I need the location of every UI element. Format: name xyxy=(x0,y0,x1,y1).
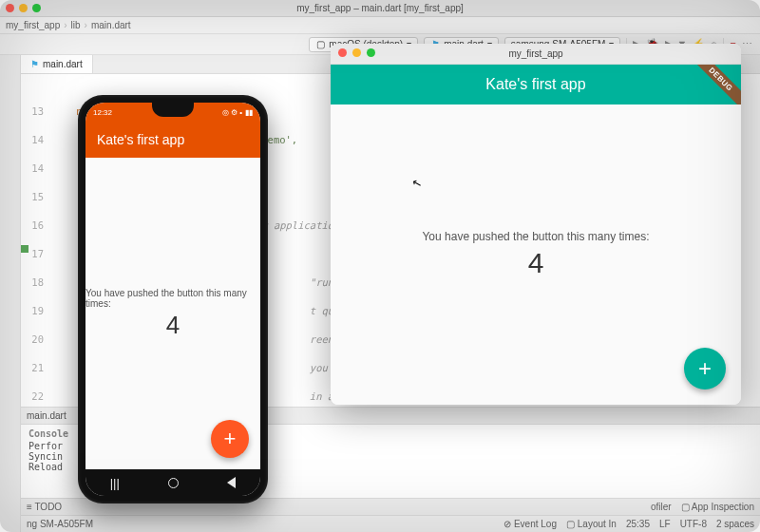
app-inspection-tab[interactable]: ▢ App Inspection xyxy=(681,502,754,512)
editor-tab-label: main.dart xyxy=(43,59,83,69)
ide-status-bar: ng SM-A505FM ⊘ Event Log ▢ Layout In 25:… xyxy=(21,515,760,532)
recent-apps-button[interactable]: ||| xyxy=(110,476,120,490)
crumb-file[interactable]: main.dart xyxy=(91,20,131,30)
desktop-app-window-title: my_first_app xyxy=(508,48,562,59)
desktop-app-appbar: Kate's first app DEBUG xyxy=(331,65,741,104)
bottom-tab-main[interactable]: main.dart xyxy=(27,410,66,421)
status-caret-pos[interactable]: 25:35 xyxy=(626,519,650,529)
flutter-icon: ⚑ xyxy=(30,59,39,69)
debug-banner-label: DEBUG xyxy=(690,65,741,110)
desktop-app-titlebar[interactable]: my_first_app xyxy=(331,44,741,65)
home-button[interactable] xyxy=(168,478,179,488)
desktop-app-body: ↖ You have pushed the button this many t… xyxy=(331,104,741,405)
physical-phone: 12:32 ◎ ⚙ • ▮▮ Kate's first app You have… xyxy=(78,95,268,504)
close-icon[interactable] xyxy=(6,4,14,12)
ide-left-gutter[interactable] xyxy=(0,55,21,532)
status-icons: ◎ ⚙ • xyxy=(222,108,242,117)
minimize-icon[interactable] xyxy=(352,48,361,57)
status-line-ending[interactable]: LF xyxy=(659,519,671,529)
status-encoding[interactable]: UTF-8 xyxy=(680,519,707,529)
layout-inspector-button[interactable]: ▢ Layout In xyxy=(566,519,617,529)
todo-tab[interactable]: ≡ TODO xyxy=(27,502,62,512)
status-indent[interactable]: 2 spaces xyxy=(716,519,754,529)
status-device[interactable]: ng SM-A505FM xyxy=(27,519,93,529)
mac-traffic-lights[interactable] xyxy=(6,4,41,12)
phone-clock: 12:32 xyxy=(93,108,112,117)
chevron-right-icon: › xyxy=(85,20,87,30)
desktop-counter-label: You have pushed the button this many tim… xyxy=(422,230,649,243)
plus-icon: + xyxy=(224,427,237,451)
phone-screen: 12:32 ◎ ⚙ • ▮▮ Kate's first app You have… xyxy=(86,103,260,496)
back-button[interactable] xyxy=(227,477,236,488)
phone-appbar: Kate's first app xyxy=(86,122,260,158)
cursor-icon: ↖ xyxy=(410,176,423,191)
mac-traffic-lights[interactable] xyxy=(338,48,375,57)
gutter-marker xyxy=(21,245,28,253)
phone-notch xyxy=(152,103,194,117)
phone-counter-value: 4 xyxy=(166,311,180,340)
desktop-app-title: Kate's first app xyxy=(485,76,585,93)
maximize-icon[interactable] xyxy=(367,48,375,57)
phone-fab-add-button[interactable]: + xyxy=(211,420,249,458)
desktop-counter-value: 4 xyxy=(528,247,544,279)
desktop-app-window[interactable]: my_first_app Kate's first app DEBUG ↖ Yo… xyxy=(331,44,741,405)
editor-tab-main[interactable]: ⚑ main.dart xyxy=(21,55,93,73)
crumb-folder[interactable]: lib xyxy=(71,20,81,30)
crumb-project[interactable]: my_first_app xyxy=(6,20,60,30)
phone-app-body: You have pushed the button this many tim… xyxy=(86,158,260,469)
desktop-fab-add-button[interactable]: + xyxy=(684,348,726,390)
ide-titlebar: my_first_app – main.dart [my_first_app] xyxy=(0,0,760,17)
close-icon[interactable] xyxy=(338,48,347,57)
signal-icon: ▮▮ xyxy=(245,108,253,117)
phone-counter-label: You have pushed the button this many tim… xyxy=(86,288,260,309)
phone-nav-bar: ||| xyxy=(86,469,260,496)
ide-window-title: my_first_app – main.dart [my_first_app] xyxy=(296,3,464,13)
phone-app-title: Kate's first app xyxy=(97,132,184,147)
chevron-right-icon: › xyxy=(64,20,66,30)
minimize-icon[interactable] xyxy=(19,4,28,12)
more-icon[interactable]: ⋯ xyxy=(742,38,752,50)
breadcrumb[interactable]: my_first_app › lib › main.dart xyxy=(0,17,760,34)
profiler-tab[interactable]: ofiler xyxy=(651,502,672,512)
plus-icon: + xyxy=(698,355,712,382)
desktop-icon: ▢ xyxy=(315,40,325,49)
event-log-button[interactable]: ⊘ Event Log xyxy=(504,519,557,529)
maximize-icon[interactable] xyxy=(32,4,41,12)
